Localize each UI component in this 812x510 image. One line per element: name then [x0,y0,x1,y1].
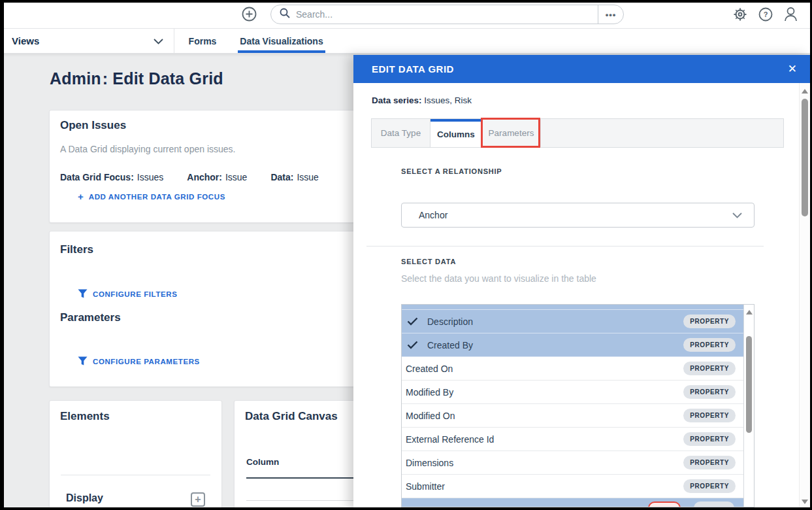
settings-gear-icon[interactable] [732,7,748,22]
property-badge: PROPERTY [683,385,736,399]
data-grid-canvas-title: Data Grid Canvas [245,410,338,423]
list-item-partial-bottom [402,498,743,507]
meta-value: Issues [137,172,163,182]
panel-tab-columns[interactable]: Columns [430,119,482,147]
property-badge: PROPERTY [683,314,736,328]
chevron-down-icon [732,209,742,221]
panel-tab-label: Columns [437,129,475,139]
display-section-label: Display [66,492,103,504]
configure-parameters-button[interactable]: CONFIGURE PARAMETERS [78,356,200,367]
title-separator: : [103,69,108,88]
list-item[interactable]: DimensionsPROPERTY [402,451,743,475]
tab-forms-label: Forms [189,36,217,46]
panel-tab-data-type[interactable]: Data Type [372,119,430,147]
relationship-select[interactable]: Anchor [401,203,755,228]
list-item-label: Modified By [406,387,683,398]
data-series-value: Issues, Risk [424,95,472,105]
meta-value: Issue [297,172,318,182]
scroll-up-icon[interactable] [802,89,808,94]
help-icon[interactable]: ? [758,7,773,22]
property-badge: PROPERTY [683,338,736,352]
scroll-down-icon[interactable] [802,500,808,504]
chevron-down-icon [154,35,163,47]
panel-scrollbar[interactable] [799,83,810,510]
filter-funnel-icon [78,289,88,299]
open-issues-description: A Data Grid displaying current open issu… [60,144,235,154]
list-item-label: Created By [427,340,683,350]
add-data-grid-focus-button[interactable]: + ADD ANOTHER DATA GRID FOCUS [78,191,225,202]
panel-tab-label: Data Type [381,128,421,138]
filter-funnel-icon [78,356,88,367]
list-scrollbar-thumb[interactable] [746,336,752,433]
panel-scrollbar-thumb[interactable] [802,99,808,216]
select-data-hint: Select the data you want to visualize in… [401,273,596,284]
list-item[interactable]: Created ByPROPERTY [402,333,743,357]
list-item-label: Submitter [406,481,683,492]
list-item-label: Description [427,316,683,327]
data-series-label: Data series: [372,95,422,105]
list-item[interactable]: SubmitterPROPERTY [402,475,743,498]
active-tab-underline [238,50,325,53]
list-item[interactable]: Modified ByPROPERTY [402,381,743,404]
list-item[interactable]: External Reference IdPROPERTY [402,428,743,451]
meta-pair: Data:Issue [270,172,318,182]
view-nav-bar: Views Forms Data Visualizations [0,29,812,54]
meta-label: Anchor: [187,172,222,182]
window-frame-left [0,0,4,510]
relationship-section-label: SELECT A RELATIONSHIP [401,167,502,175]
panel-tab-label: Parameters [489,128,534,138]
property-badge: PROPERTY [683,362,736,375]
elements-card: Elements Display + [49,400,222,510]
close-icon[interactable]: ✕ [788,62,797,76]
plus-icon: + [78,191,84,202]
breadcrumb: Admin [50,69,101,88]
tab-data-visualizations[interactable]: Data Visualizations [231,29,333,53]
property-badge-partial [694,502,734,507]
parameters-title: Parameters [60,311,121,324]
edit-data-grid-panel: EDIT DATA GRID ✕ Data series: Issues, Ri… [353,55,810,510]
scroll-up-icon[interactable] [746,310,753,314]
create-new-icon[interactable] [242,7,257,22]
add-display-element-button[interactable]: + [191,492,205,507]
user-profile-icon[interactable] [783,6,798,22]
tab-forms[interactable]: Forms [174,29,231,53]
list-item-label: Dimensions [406,458,683,468]
search-placeholder: Search... [296,9,333,20]
app-window: Search... ••• ? Views [0,0,812,510]
top-bar: Search... ••• ? [0,0,812,29]
search-options-button[interactable]: ••• [598,5,623,24]
configure-filters-label: CONFIGURE FILTERS [93,290,177,298]
meta-value: Issue [225,172,247,182]
list-item-partial-top [402,305,743,310]
data-series-line: Data series: Issues, Risk [372,95,472,105]
meta-pair: Data Grid Focus:Issues [60,172,163,182]
panel-header: EDIT DATA GRID ✕ [353,55,810,83]
list-item[interactable]: DescriptionPROPERTY [402,310,743,333]
configure-filters-button[interactable]: CONFIGURE FILTERS [78,289,177,299]
svg-text:?: ? [764,10,768,18]
relationship-select-value: Anchor [419,210,447,220]
panel-tab-parameters[interactable]: Parameters [482,119,541,147]
check-icon [407,341,418,349]
list-scrollbar[interactable] [743,305,754,507]
panel-title: EDIT DATA GRID [372,63,454,75]
canvas-column-header: Column [246,457,279,467]
search-icon [280,8,290,21]
list-item-label: Created On [406,364,683,374]
list-item[interactable]: Created OnPROPERTY [402,357,743,381]
property-badge: PROPERTY [683,479,736,493]
views-dropdown-label: Views [12,35,39,46]
list-item[interactable]: Modified OnPROPERTY [402,404,743,428]
property-badge: PROPERTY [683,432,736,446]
views-dropdown[interactable]: Views [0,29,174,53]
elements-title: Elements [60,410,110,423]
select-data-section-label: SELECT DATA [401,258,456,265]
filters-title: Filters [60,243,93,256]
panel-tabs: Data TypeColumnsParameters [371,118,784,148]
search-bar[interactable]: Search... ••• [270,5,624,24]
select-data-list: DescriptionPROPERTYCreated ByPROPERTYCre… [401,304,755,507]
select-data-rows: DescriptionPROPERTYCreated ByPROPERTYCre… [402,305,743,507]
divider [61,475,210,475]
page-title: Admin:Edit Data Grid [50,69,223,88]
property-badge: PROPERTY [683,409,736,422]
